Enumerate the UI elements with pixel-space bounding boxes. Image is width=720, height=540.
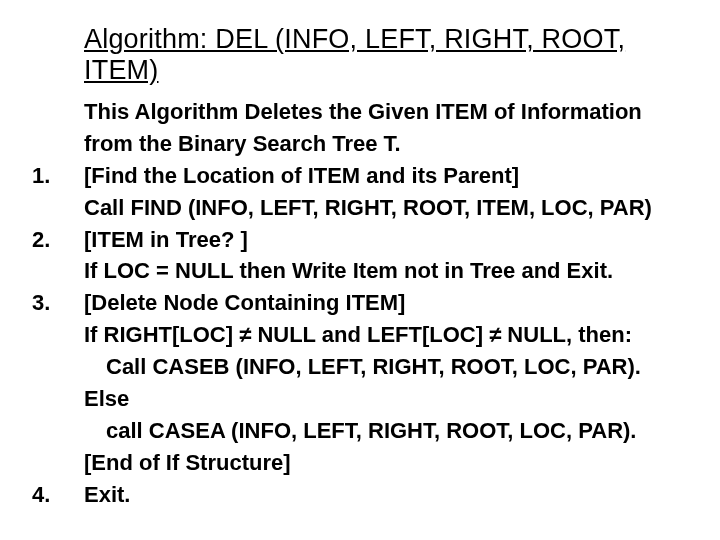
step-text: from the Binary Search Tree T.	[84, 128, 688, 160]
algorithm-line: 4.Exit.	[32, 479, 688, 511]
step-text: Else	[84, 383, 688, 415]
slide: Algorithm: DEL (INFO, LEFT, RIGHT, ROOT,…	[0, 0, 720, 540]
algorithm-title: Algorithm: DEL (INFO, LEFT, RIGHT, ROOT,…	[84, 24, 688, 86]
step-text: Call CASEB (INFO, LEFT, RIGHT, ROOT, LOC…	[84, 351, 688, 383]
algorithm-line: Call CASEB (INFO, LEFT, RIGHT, ROOT, LOC…	[32, 351, 688, 383]
algorithm-line: call CASEA (INFO, LEFT, RIGHT, ROOT, LOC…	[32, 415, 688, 447]
algorithm-line: If LOC = NULL then Write Item not in Tre…	[32, 255, 688, 287]
algorithm-line: 3.[Delete Node Containing ITEM]	[32, 287, 688, 319]
algorithm-body: This Algorithm Deletes the Given ITEM of…	[32, 96, 688, 511]
step-text: [End of If Structure]	[84, 447, 688, 479]
algorithm-line: This Algorithm Deletes the Given ITEM of…	[32, 96, 688, 128]
algorithm-line: Else	[32, 383, 688, 415]
step-text: Exit.	[84, 479, 688, 511]
algorithm-line: [End of If Structure]	[32, 447, 688, 479]
step-number: 3.	[32, 287, 84, 319]
algorithm-line: from the Binary Search Tree T.	[32, 128, 688, 160]
step-text: [Delete Node Containing ITEM]	[84, 287, 688, 319]
step-text: call CASEA (INFO, LEFT, RIGHT, ROOT, LOC…	[84, 415, 688, 447]
step-number: 1.	[32, 160, 84, 192]
algorithm-line: Call FIND (INFO, LEFT, RIGHT, ROOT, ITEM…	[32, 192, 688, 224]
step-text: Call FIND (INFO, LEFT, RIGHT, ROOT, ITEM…	[84, 192, 688, 224]
step-text: This Algorithm Deletes the Given ITEM of…	[84, 96, 688, 128]
step-text: If RIGHT[LOC] ≠ NULL and LEFT[LOC] ≠ NUL…	[84, 319, 688, 351]
algorithm-line: If RIGHT[LOC] ≠ NULL and LEFT[LOC] ≠ NUL…	[32, 319, 688, 351]
algorithm-line: 1.[Find the Location of ITEM and its Par…	[32, 160, 688, 192]
step-text: [Find the Location of ITEM and its Paren…	[84, 160, 688, 192]
step-text: [ITEM in Tree? ]	[84, 224, 688, 256]
step-text: If LOC = NULL then Write Item not in Tre…	[84, 255, 688, 287]
step-number: 2.	[32, 224, 84, 256]
step-number: 4.	[32, 479, 84, 511]
algorithm-line: 2.[ITEM in Tree? ]	[32, 224, 688, 256]
